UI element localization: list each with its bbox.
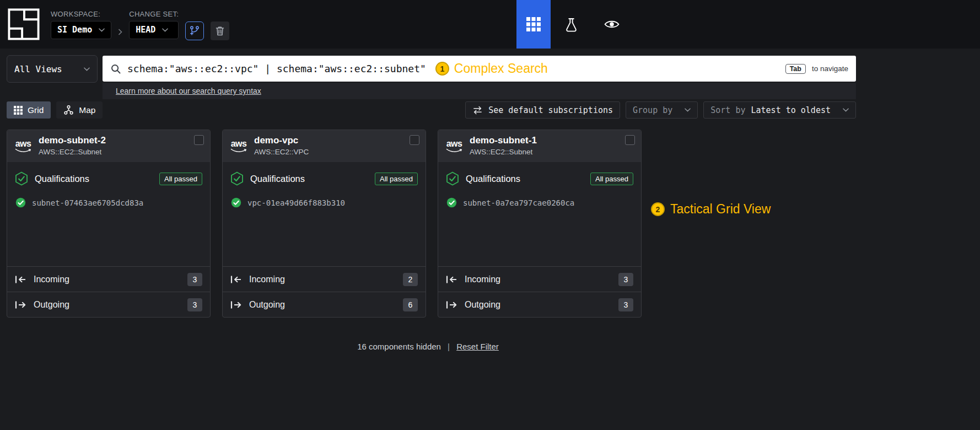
chevron-right-separator-icon: [118, 29, 122, 35]
chevron-down-icon: [685, 108, 691, 112]
card-header: aws demo-subnet-1 AWS::EC2::Subnet: [438, 130, 641, 162]
search-query-text: schema:"aws::ec2::vpc" | schema:"aws::ec…: [127, 63, 426, 74]
check-circle-icon: [15, 197, 26, 208]
component-card[interactable]: aws demo-subnet-2 AWS::EC2::Subnet Quali…: [7, 130, 211, 318]
footer-separator: |: [448, 342, 450, 351]
default-subscriptions-label: See default subscriptions: [488, 105, 613, 115]
grid-icon: [526, 17, 541, 31]
si-logo-icon[interactable]: [8, 8, 40, 40]
incoming-count: 2: [403, 273, 418, 286]
aws-logo-icon: aws: [15, 139, 31, 153]
subscriptions-swap-icon: [472, 106, 483, 115]
grid-view-button[interactable]: Grid: [7, 101, 51, 119]
outgoing-row[interactable]: Outgoing 3: [7, 292, 210, 317]
workspace-group: WORKSPACE: SI Demo: [51, 10, 111, 39]
qualification-hex-icon: [446, 171, 459, 186]
create-changeset-button[interactable]: [185, 22, 204, 40]
annotation-label-1: Complex Search: [454, 61, 548, 76]
resource-id: subnet-07463ae6705dcd83a: [32, 198, 143, 207]
incoming-label: Incoming: [249, 275, 285, 284]
changeset-label: CHANGE SET:: [129, 10, 179, 18]
incoming-row[interactable]: Incoming 3: [7, 266, 210, 292]
grid-mode-button[interactable]: [516, 0, 551, 49]
outgoing-icon: [230, 300, 242, 309]
select-checkbox[interactable]: [410, 135, 419, 145]
search-row: All Views schema:"aws::ec2::vpc" | schem…: [7, 55, 856, 83]
incoming-count: 3: [618, 273, 633, 286]
outgoing-label: Outgoing: [465, 300, 500, 310]
outgoing-label: Outgoing: [249, 300, 285, 310]
check-circle-icon: [231, 197, 241, 208]
changeset-dropdown[interactable]: HEAD: [129, 21, 179, 39]
component-name: demo-subnet-2: [39, 135, 106, 146]
hidden-components-text: 16 components hidden: [357, 342, 441, 351]
spacer: [223, 215, 426, 266]
resource-row[interactable]: vpc-01ea49d66f883b310: [223, 190, 426, 215]
grid-icon: [14, 106, 23, 115]
resource-row[interactable]: subnet-0a7ea797cae0260ca: [438, 190, 641, 215]
view-toolbar: Grid Map See default subscriptions Group…: [7, 101, 856, 119]
outgoing-count: 6: [403, 298, 418, 311]
resource-id: vpc-01ea49d66f883b310: [247, 198, 345, 207]
select-checkbox[interactable]: [625, 135, 635, 145]
all-passed-badge: All passed: [375, 173, 418, 185]
card-header: aws demo-vpc AWS::EC2::VPC: [223, 130, 426, 162]
qualifications-row[interactable]: Qualifications All passed: [7, 162, 210, 190]
qualifications-row[interactable]: Qualifications All passed: [438, 162, 641, 190]
qualification-hex-icon: [230, 171, 244, 186]
workspace-label: WORKSPACE:: [51, 10, 111, 18]
spacer: [438, 215, 641, 266]
qualifications-row[interactable]: Qualifications All passed: [223, 162, 426, 190]
branch-plus-icon: [189, 25, 200, 36]
sort-value: Latest to oldest: [751, 105, 831, 115]
filter-status: 16 components hidden | Reset Filter: [0, 342, 856, 351]
abandon-changeset-button[interactable]: [211, 22, 229, 40]
views-dropdown[interactable]: All Views: [7, 55, 98, 83]
component-name: demo-vpc: [254, 135, 309, 146]
incoming-icon: [446, 275, 457, 284]
component-card[interactable]: aws demo-subnet-1 AWS::EC2::Subnet Quali…: [438, 130, 642, 318]
incoming-row[interactable]: Incoming 2: [223, 266, 426, 292]
map-view-button[interactable]: Map: [56, 101, 103, 119]
reset-filter-link[interactable]: Reset Filter: [456, 342, 499, 351]
card-title-block: demo-vpc AWS::EC2::VPC: [254, 135, 309, 156]
default-subscriptions-button[interactable]: See default subscriptions: [465, 101, 620, 119]
aws-logo-icon: aws: [230, 139, 247, 153]
search-syntax-link[interactable]: Learn more about our search query syntax: [116, 87, 261, 95]
top-header: WORKSPACE: SI Demo CHANGE SET: HEAD: [0, 0, 980, 49]
review-mode-button[interactable]: [591, 0, 632, 49]
component-grid: aws demo-subnet-2 AWS::EC2::Subnet Quali…: [7, 130, 980, 318]
outgoing-count: 3: [618, 298, 633, 311]
group-by-dropdown[interactable]: Group by: [626, 101, 698, 119]
aws-logo-icon: aws: [446, 139, 462, 153]
chevron-down-icon: [162, 28, 168, 32]
sort-dropdown[interactable]: Sort by Latest to oldest: [703, 101, 856, 119]
qualifications-label: Qualifications: [250, 174, 305, 184]
incoming-row[interactable]: Incoming 3: [438, 266, 641, 292]
outgoing-row[interactable]: Outgoing 6: [223, 292, 426, 317]
resource-row[interactable]: subnet-07463ae6705dcd83a: [7, 190, 210, 215]
chevron-down-icon: [843, 108, 849, 112]
lab-mode-button[interactable]: [551, 0, 591, 49]
qualifications-label: Qualifications: [466, 174, 520, 184]
search-help-panel: Learn more about our search query syntax: [103, 83, 856, 99]
component-card[interactable]: aws demo-vpc AWS::EC2::VPC Qualification…: [222, 130, 426, 318]
check-circle-icon: [446, 197, 457, 208]
select-checkbox[interactable]: [194, 135, 204, 145]
component-type: AWS::EC2::Subnet: [39, 148, 106, 156]
spacer: [7, 215, 210, 266]
app-window: WORKSPACE: SI Demo CHANGE SET: HEAD: [0, 0, 980, 430]
component-type: AWS::EC2::Subnet: [470, 148, 537, 156]
search-input[interactable]: schema:"aws::ec2::vpc" | schema:"aws::ec…: [103, 56, 856, 82]
views-value: All Views: [14, 64, 62, 74]
incoming-icon: [230, 275, 242, 284]
changeset-value: HEAD: [136, 25, 155, 35]
map-icon: [63, 105, 74, 115]
tab-key-badge: Tab: [785, 64, 806, 74]
workspace-dropdown[interactable]: SI Demo: [51, 21, 111, 39]
outgoing-row[interactable]: Outgoing 3: [438, 292, 641, 317]
sort-by-label: Sort by: [710, 105, 745, 115]
changeset-group: CHANGE SET: HEAD: [129, 10, 179, 39]
all-passed-badge: All passed: [590, 173, 633, 185]
trash-icon: [215, 25, 225, 36]
